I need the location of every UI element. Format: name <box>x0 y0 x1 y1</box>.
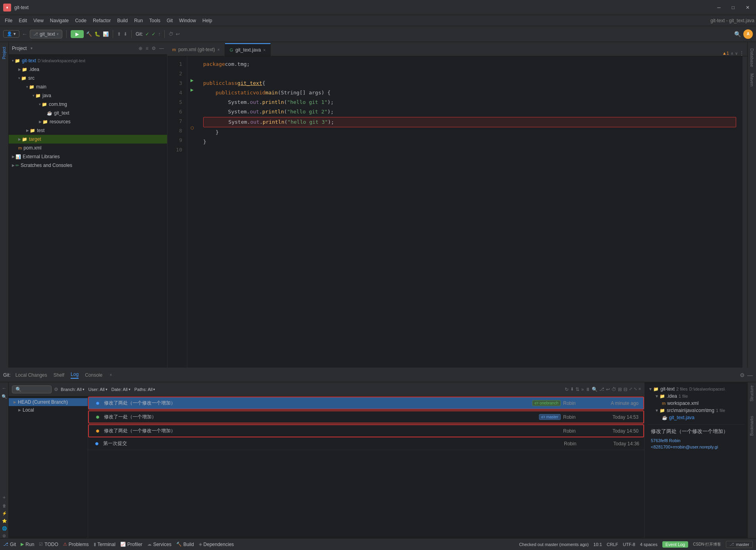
maximize-btn[interactable]: □ <box>729 5 738 10</box>
scroll-down-icon[interactable]: ∨ <box>735 51 738 56</box>
fetch-icon[interactable]: ⬇ <box>570 387 574 392</box>
branch-selector[interactable]: ⎇ git_text ▾ <box>30 30 62 38</box>
undo-icon2[interactable]: ↩ <box>606 387 610 392</box>
tab-shelf[interactable]: Shelf <box>54 372 64 378</box>
find-icon[interactable]: 🔍 <box>592 387 598 392</box>
settings-icon[interactable]: ⚙ <box>152 46 156 51</box>
profiler-bottom-btn[interactable]: 📈 Profiler <box>120 542 142 547</box>
run-bottom-btn[interactable]: ▶ Run <box>21 542 34 547</box>
expand-all-icon[interactable]: ⤢ <box>629 387 632 392</box>
undo-icon[interactable]: ↩ <box>176 31 180 37</box>
scroll-up-icon[interactable]: ∧ <box>731 51 733 56</box>
minimize-icon[interactable]: — <box>159 46 164 51</box>
commit-row-3[interactable]: 修改了两处（一个修改一个增加） Robin Today 14:50 <box>88 424 644 437</box>
bookmarks-label[interactable]: Bookmarks <box>749 413 755 439</box>
encoding[interactable]: UTF-8 <box>623 542 635 547</box>
menu-build[interactable]: Build <box>114 17 131 24</box>
tree-item-git-text-java[interactable]: ☕ git_text <box>9 109 167 117</box>
git-fetch-icon[interactable]: ⬇ <box>123 31 127 37</box>
branch-filter[interactable]: Branch: All ▾ <box>61 387 85 392</box>
list-tree-icon[interactable]: ≡ <box>639 387 641 392</box>
tree-item-pom[interactable]: m pom.xml <box>9 144 167 152</box>
editor-scrollbar[interactable] <box>743 56 747 368</box>
branch-icon[interactable]: ⎇ <box>599 387 604 392</box>
menu-refactor[interactable]: Refactor <box>90 17 114 24</box>
search-everywhere-icon[interactable]: 🔍 <box>734 31 741 37</box>
paths-filter[interactable]: Paths: All ▾ <box>135 387 156 392</box>
todo-bottom-btn[interactable]: ☑ TODO <box>39 542 58 547</box>
minimize-btn[interactable]: ─ <box>714 5 724 10</box>
columns-icon[interactable]: ⊞ <box>618 387 622 392</box>
detail-git-text-java[interactable]: ☕ git_text.java <box>648 414 744 421</box>
tab-pom-close[interactable]: × <box>217 48 220 52</box>
tree-item-java[interactable]: ▾ 📁 java <box>9 91 167 100</box>
run-gutter-icon-3[interactable]: ▶ <box>190 78 194 82</box>
branch-head[interactable]: ▶ HEAD (Current Branch) <box>9 398 88 406</box>
menu-file[interactable]: File <box>2 17 15 24</box>
detail-workspace-xml[interactable]: m workspace.xml <box>648 400 744 407</box>
menu-help[interactable]: Help <box>199 17 215 24</box>
csdn-link[interactable]: CSDN·打开博客 <box>693 542 721 547</box>
run-gutter-icon-4[interactable]: ▶ <box>190 88 194 92</box>
tab-local-changes[interactable]: Local Changes <box>15 372 47 378</box>
tree-item-main[interactable]: ▾ 📁 main <box>9 82 167 91</box>
indent-info[interactable]: 4 spaces <box>640 542 658 547</box>
cursor-position[interactable]: 10:1 <box>593 542 602 547</box>
build-bottom-btn[interactable]: 🔨 Build <box>176 542 194 547</box>
more-icon[interactable]: » <box>581 387 584 392</box>
tab-console[interactable]: Console <box>85 372 102 378</box>
tree-item-com-tmg[interactable]: ▾ 📁 com.tmg <box>9 100 167 109</box>
git-search-input[interactable] <box>12 385 52 393</box>
tree-item-resources[interactable]: ▶ 📁 resources <box>9 117 167 126</box>
commit-row-2[interactable]: 修改了一处（一个增加） 🏷 master Robin Today 14:53 <box>88 410 644 424</box>
date-filter[interactable]: Date: All ▾ <box>112 387 131 392</box>
event-log-btn[interactable]: Event Log <box>662 541 689 548</box>
menu-navigate[interactable]: Navigate <box>47 17 72 24</box>
menu-run[interactable]: Run <box>131 17 146 24</box>
commit-row-1[interactable]: 修改了两处（一个修改一个增加） 🏷 onebranch Robin A minu… <box>88 397 644 410</box>
git-settings-filter[interactable]: ⚙ <box>54 387 58 392</box>
console-close-btn[interactable]: × <box>110 373 112 377</box>
build-icon[interactable]: 🔨 <box>86 31 92 37</box>
terminal-bottom-btn[interactable]: ▮ Terminal <box>94 542 115 547</box>
close-btn[interactable]: ✕ <box>743 5 753 10</box>
git-search-icon[interactable]: 🔍 <box>2 394 7 399</box>
git-bottom-btn[interactable]: ⎇ Git <box>3 542 16 547</box>
bottom-minimize-icon[interactable]: — <box>747 372 753 378</box>
project-panel-toggle[interactable]: Project <box>1 44 7 62</box>
tree-item-test[interactable]: ▶ 📁 test <box>9 126 167 135</box>
menu-git[interactable]: Git <box>164 17 176 24</box>
debug-icon[interactable]: 🐛 <box>94 31 100 37</box>
tab-pom-xml[interactable]: m pom.xml (git-text) × <box>167 43 225 56</box>
tab-git-text-java[interactable]: G git_text.java × <box>225 43 271 56</box>
locate-icon[interactable]: ⊕ <box>139 46 142 51</box>
collapse-icon[interactable]: ≡ <box>146 46 148 51</box>
run-button[interactable]: ▶ <box>71 30 84 38</box>
git-arrow-left-icon[interactable]: ← <box>2 385 7 391</box>
collapse-all-icon[interactable]: ⤡ <box>634 387 637 392</box>
git-arrow-up[interactable]: ↑ <box>158 31 160 37</box>
services-bottom-btn[interactable]: ☁ Services <box>147 542 171 547</box>
account-btn[interactable]: 👤 ▾ <box>3 30 19 38</box>
menu-view[interactable]: View <box>30 17 47 24</box>
code-content[interactable]: package com.tmg; public class git_text {… <box>197 56 743 368</box>
line-endings[interactable]: CRLF <box>607 542 618 547</box>
problems-bottom-btn[interactable]: ⚠ Problems <box>63 542 89 547</box>
sort-icon[interactable]: ⇅ <box>575 387 579 392</box>
git-merge-icon[interactable]: ⚡ <box>2 511 7 516</box>
tab-java-close[interactable]: × <box>263 48 265 52</box>
history-icon[interactable]: ⏱ <box>169 31 173 37</box>
git-commit-icon[interactable]: ⬆ <box>117 31 121 37</box>
menu-window[interactable]: Window <box>176 17 199 24</box>
detail-src-path[interactable]: ▾ 📁 src\main\java\com\tmg 1 file <box>648 407 744 414</box>
bottom-settings-icon[interactable]: ⚙ <box>740 372 745 378</box>
filter-icon[interactable]: ⊟ <box>623 387 627 392</box>
tab-log[interactable]: Log <box>71 372 79 379</box>
clock-icon[interactable]: ⏱ <box>612 387 616 392</box>
database-panel-toggle[interactable]: Database <box>749 45 755 70</box>
git-globe-icon[interactable]: 🌐 <box>2 526 7 531</box>
maven-panel-toggle[interactable]: Maven <box>749 70 755 90</box>
git-delete-icon[interactable]: 🗑 <box>2 504 6 508</box>
user-avatar[interactable]: A <box>743 29 753 39</box>
menu-code[interactable]: Code <box>72 17 90 24</box>
